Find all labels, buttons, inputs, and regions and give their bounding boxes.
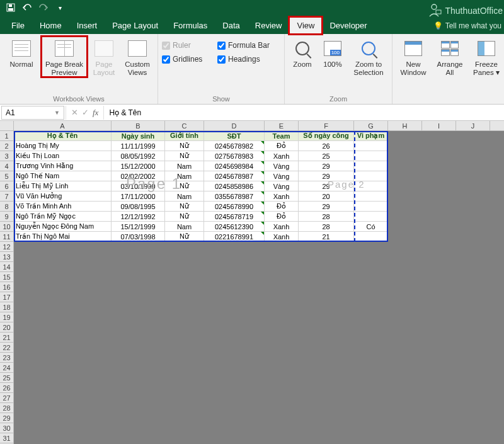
cell-gender[interactable]: Nam: [165, 161, 204, 171]
cell-team[interactable]: Vàng: [265, 181, 299, 191]
tab-data[interactable]: Data: [215, 17, 247, 34]
row-header-20[interactable]: 20: [0, 322, 14, 333]
row-header-23[interactable]: 23: [0, 353, 14, 363]
cell-dob[interactable]: 17/11/2000: [112, 191, 165, 202]
gridlines-checkbox[interactable]: Gridlines: [162, 53, 215, 65]
cell-team[interactable]: Xanh: [265, 151, 299, 161]
cell-days[interactable]: 25: [299, 151, 354, 161]
cell-violation[interactable]: [354, 212, 388, 222]
cell-gender[interactable]: Nữ: [165, 232, 204, 242]
cell-team[interactable]: Vàng: [265, 161, 299, 171]
cell-phone[interactable]: 0245612390: [204, 222, 265, 232]
column-header-D[interactable]: D: [204, 121, 265, 131]
cell-dob[interactable]: 09/08/1995: [112, 202, 165, 212]
cell-violation[interactable]: [354, 151, 388, 161]
cell-gender[interactable]: Nam: [165, 171, 204, 181]
cell-gender[interactable]: Nữ: [165, 141, 204, 151]
column-header-I[interactable]: I: [422, 121, 456, 131]
chevron-down-icon[interactable]: ▼: [54, 110, 60, 116]
cell-phone[interactable]: 0245698984: [204, 161, 265, 171]
cell-violation[interactable]: Có: [354, 222, 388, 232]
row-header-19[interactable]: 19: [0, 312, 14, 322]
cell-gender[interactable]: Nam: [165, 222, 204, 232]
cell-team[interactable]: Đỏ: [265, 212, 299, 222]
cell-phone[interactable]: 0245678990: [204, 202, 265, 212]
cell-name[interactable]: Trương Vinh Hằng: [14, 161, 112, 171]
cell-phone[interactable]: 0355678987: [204, 191, 265, 202]
cell-team[interactable]: Xanh: [265, 232, 299, 242]
cell-name[interactable]: Kiều Thị Loan: [14, 151, 112, 161]
tab-review[interactable]: Review: [248, 17, 290, 34]
cell-days[interactable]: 29: [299, 181, 354, 191]
column-header-F[interactable]: F: [299, 121, 354, 131]
cell-phone[interactable]: 0275678983: [204, 151, 265, 161]
row-header-28[interactable]: 28: [0, 403, 14, 413]
cell-name[interactable]: Nguyễn Ngọc Đông Nam: [14, 222, 112, 232]
row-header-31[interactable]: 31: [0, 433, 14, 443]
normal-view-button[interactable]: Normal: [4, 37, 39, 69]
cell-gender[interactable]: Nữ: [165, 181, 204, 191]
row-header-25[interactable]: 25: [0, 373, 14, 383]
cell-name[interactable]: Trần Thị Ngô Mai: [14, 232, 112, 242]
row-header-14[interactable]: 14: [0, 262, 14, 272]
cell-gender[interactable]: Nữ: [165, 151, 204, 161]
column-header-C[interactable]: C: [165, 121, 204, 131]
tab-file[interactable]: File: [4, 17, 32, 34]
row-header-27[interactable]: 27: [0, 393, 14, 403]
cell-phone[interactable]: 0221678991: [204, 232, 265, 242]
cell-dob[interactable]: 03/10/1990: [112, 181, 165, 191]
fx-icon[interactable]: fx: [93, 108, 98, 118]
page-layout-view-button[interactable]: Page Layout: [89, 37, 118, 77]
cell-team[interactable]: Xanh: [265, 222, 299, 232]
row-header-26[interactable]: 26: [0, 383, 14, 393]
cell-days[interactable]: 28: [299, 222, 354, 232]
select-all-corner[interactable]: [0, 121, 14, 131]
worksheet-area[interactable]: ABCDEFGHIJK1Họ & TênNgày sinhGiới tínhSĐ…: [0, 121, 504, 444]
cell-team[interactable]: Đỏ: [265, 202, 299, 212]
row-header-2[interactable]: 2: [0, 141, 14, 151]
tab-home[interactable]: Home: [32, 17, 69, 34]
name-box[interactable]: A1 ▼: [1, 106, 64, 120]
row-header-21[interactable]: 21: [0, 333, 14, 343]
zoom-100-button[interactable]: 100 100%: [319, 37, 346, 69]
row-header-17[interactable]: 17: [0, 292, 14, 302]
row-header-12[interactable]: 12: [0, 242, 14, 252]
qat-customize-icon[interactable]: ▾: [54, 2, 66, 13]
cell-name[interactable]: Ngô Thế Nam: [14, 171, 112, 181]
formula-bar[interactable]: Họ & Tên: [103, 106, 504, 120]
cell-phone[interactable]: 0245678719: [204, 212, 265, 222]
row-header-11[interactable]: 11: [0, 232, 14, 242]
cell-dob[interactable]: 07/03/1998: [112, 232, 165, 242]
freeze-panes-button[interactable]: Freeze Panes ▾: [469, 37, 503, 77]
zoom-button[interactable]: Zoom: [289, 37, 316, 69]
cell-gender[interactable]: Nam: [165, 191, 204, 202]
row-header-9[interactable]: 9: [0, 212, 14, 222]
cell-team[interactable]: Vàng: [265, 171, 299, 181]
tell-me[interactable]: 💡 Tell me what you: [433, 21, 501, 30]
custom-views-button[interactable]: Custom Views: [121, 37, 154, 77]
row-header-18[interactable]: 18: [0, 302, 14, 312]
cell-dob[interactable]: 08/05/1992: [112, 151, 165, 161]
row-header-6[interactable]: 6: [0, 181, 14, 191]
cell-violation[interactable]: [354, 181, 388, 191]
cell-dob[interactable]: 11/11/1999: [112, 141, 165, 151]
cell-violation[interactable]: [354, 202, 388, 212]
formula-bar-checkbox[interactable]: Formula Bar: [217, 39, 280, 52]
tab-formulas[interactable]: Formulas: [166, 17, 215, 34]
cell-gender[interactable]: Nữ: [165, 212, 204, 222]
cell-phone[interactable]: 0245678987: [204, 171, 265, 181]
tab-developer[interactable]: Developer: [322, 17, 374, 34]
cell-name[interactable]: Võ Trần Minh Anh: [14, 202, 112, 212]
page-break-preview-button[interactable]: Page Break Preview: [42, 37, 87, 77]
row-header-3[interactable]: 3: [0, 151, 14, 161]
cell-dob[interactable]: 15/12/1999: [112, 222, 165, 232]
row-header-5[interactable]: 5: [0, 171, 14, 181]
cell-dob[interactable]: 15/12/2000: [112, 161, 165, 171]
column-header-H[interactable]: H: [388, 121, 422, 131]
tab-view[interactable]: View: [289, 17, 322, 34]
cell-days[interactable]: 26: [299, 141, 354, 151]
cell-violation[interactable]: [354, 171, 388, 181]
tab-page-layout[interactable]: Page Layout: [105, 17, 166, 34]
redo-icon[interactable]: [38, 2, 49, 13]
row-header-16[interactable]: 16: [0, 282, 14, 292]
